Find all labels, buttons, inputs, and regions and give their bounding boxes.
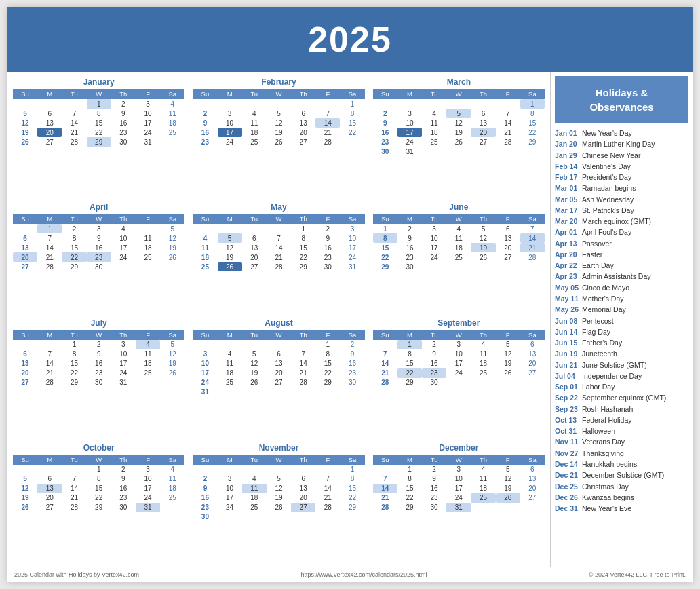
table-cell: 11 — [242, 118, 267, 128]
table-cell: 31 — [193, 387, 217, 397]
table-cell: 13 — [13, 359, 37, 368]
th-tu: Tu — [242, 330, 267, 340]
calendars-grid: January Su M Tu W Th F Sa — [13, 77, 545, 561]
table-cell: 25 — [218, 378, 242, 387]
list-item: Mar 01Ramadan begins — [555, 183, 688, 193]
year-title: 2025 — [308, 20, 392, 59]
table-cell: 4 — [446, 224, 471, 233]
table-cell: 23 — [87, 368, 111, 378]
table-cell: 20 — [496, 243, 520, 252]
th-sa: Sa — [160, 89, 184, 99]
table-cell: 24 — [340, 252, 364, 262]
table-cell: 24 — [446, 368, 471, 378]
table-cell: 17 — [136, 118, 160, 128]
table-cell: 18 — [471, 484, 495, 493]
month-table-june: Su M Tu W Th F Sa 1 2 3 4 — [373, 214, 545, 271]
table-cell: 29 — [87, 137, 111, 147]
table-cell: 7 — [62, 109, 86, 118]
table-cell: 25 — [471, 493, 495, 503]
month-title-october: October — [13, 443, 184, 453]
th-tu: Tu — [422, 214, 446, 224]
table-cell: 5 — [446, 109, 471, 118]
table-cell: 1 — [373, 224, 397, 233]
table-cell: 20 — [13, 252, 37, 262]
table-cell: 25 — [136, 252, 160, 262]
table-cell: 17 — [446, 359, 471, 368]
table-cell: 18 — [422, 128, 446, 137]
table-cell: 19 — [160, 243, 184, 252]
holiday-date: Jun 14 — [555, 326, 582, 337]
table-cell — [496, 262, 520, 271]
table-cell: 1 — [340, 465, 364, 474]
table-cell: 26 — [471, 252, 495, 262]
table-cell — [242, 340, 267, 349]
table-cell — [471, 262, 495, 271]
table-cell: 30 — [111, 137, 136, 147]
table-cell: 19 — [13, 493, 37, 503]
table-cell: 16 — [193, 128, 217, 137]
list-item: Oct 31Halloween — [555, 425, 688, 436]
table-cell — [160, 503, 184, 512]
holiday-date: Jul 04 — [555, 370, 582, 381]
table-cell: 25 — [160, 128, 184, 137]
table-cell — [62, 465, 86, 474]
th-f: F — [315, 455, 340, 465]
holiday-name: June Solstice (GMT) — [582, 360, 647, 370]
month-february: February Su M Tu W Th F Sa — [193, 77, 364, 195]
table-cell — [62, 99, 86, 109]
table-cell: 22 — [62, 368, 86, 378]
table-cell: 22 — [315, 368, 340, 378]
table-cell: 12 — [242, 359, 267, 368]
holiday-date: Apr 20 — [555, 249, 582, 260]
table-cell: 12 — [267, 484, 291, 493]
table-cell: 10 — [446, 474, 471, 484]
table-cell: 2 — [87, 340, 111, 349]
holiday-date: Mar 17 — [555, 205, 582, 216]
table-cell: 16 — [422, 359, 446, 368]
table-cell — [193, 99, 217, 109]
month-title-september: September — [373, 318, 545, 328]
table-cell: 21 — [373, 493, 397, 503]
table-cell: 16 — [111, 484, 136, 493]
table-cell: 14 — [37, 243, 62, 252]
holiday-name: Memorial Day — [582, 304, 626, 315]
table-cell: 22 — [340, 128, 364, 137]
month-table-september: Su M Tu W Th F Sa 1 2 3 — [373, 330, 545, 387]
th-su: Su — [13, 89, 37, 99]
holiday-name: Martin Luther King Day — [582, 138, 655, 149]
table-cell — [136, 378, 160, 387]
th-th: Th — [111, 214, 136, 224]
table-cell — [446, 99, 471, 109]
table-cell: 18 — [218, 368, 242, 378]
month-january: January Su M Tu W Th F Sa — [13, 77, 184, 195]
holiday-date: Oct 13 — [555, 415, 582, 425]
table-cell: 9 — [87, 349, 111, 359]
month-june: June Su M Tu W Th F Sa 1 — [373, 202, 545, 311]
holiday-date: Jun 21 — [555, 360, 582, 370]
holiday-name: Mother's Day — [582, 293, 624, 304]
table-cell: 12 — [160, 233, 184, 243]
month-table-december: Su M Tu W Th F Sa 1 2 3 — [373, 455, 545, 512]
footer-right: © 2024 Vertex42 LLC. Free to Print. — [589, 571, 686, 578]
table-cell: 22 — [291, 252, 315, 262]
table-cell — [471, 99, 495, 109]
month-october: October Su M Tu W Th F Sa — [13, 443, 184, 561]
holiday-date: Dec 25 — [555, 481, 582, 492]
table-cell: 9 — [111, 474, 136, 484]
table-cell: 11 — [446, 233, 471, 243]
th-tu: Tu — [422, 330, 446, 340]
table-cell: 1 — [62, 340, 86, 349]
table-cell: 9 — [422, 349, 446, 359]
table-cell: 18 — [136, 243, 160, 252]
th-w: W — [446, 214, 471, 224]
th-th: Th — [471, 89, 495, 99]
table-cell: 29 — [291, 262, 315, 271]
table-cell — [242, 512, 267, 522]
month-table-august: Su M Tu W Th F Sa — [193, 330, 364, 397]
table-cell: 14 — [373, 359, 397, 368]
table-cell: 26 — [496, 368, 520, 378]
table-cell: 8 — [397, 349, 422, 359]
table-cell: 10 — [446, 349, 471, 359]
table-cell — [315, 387, 340, 397]
th-f: F — [315, 89, 340, 99]
